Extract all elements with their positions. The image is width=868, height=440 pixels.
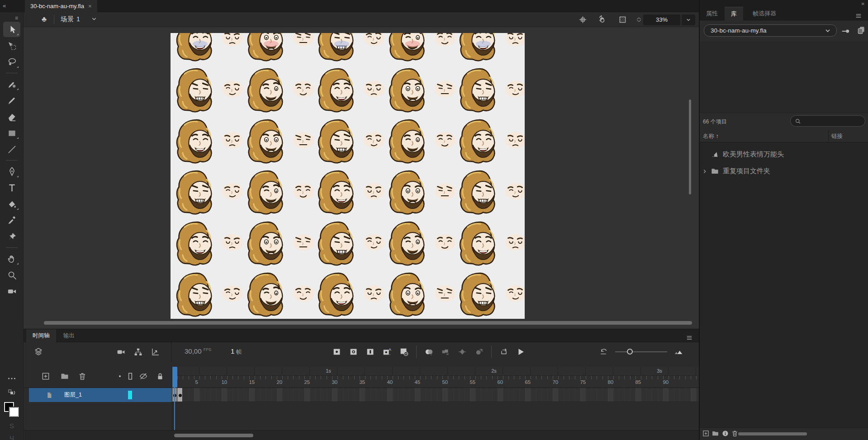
column-header-link[interactable]: 链接: [831, 132, 843, 140]
new-layer-button[interactable]: [41, 372, 50, 382]
tool-camera[interactable]: [3, 284, 20, 299]
tool-rectangle[interactable]: [3, 125, 20, 141]
center-stage-button[interactable]: [576, 13, 589, 27]
tool-line[interactable]: [3, 142, 20, 157]
fps-indicator[interactable]: 30,00 FPS: [185, 347, 211, 355]
show-layers-button[interactable]: [32, 345, 45, 359]
camera-button[interactable]: [114, 345, 128, 359]
tool-text[interactable]: [3, 180, 20, 195]
current-frame-indicator[interactable]: 1帧: [231, 347, 242, 356]
play-button[interactable]: [514, 345, 527, 359]
expression-cell[interactable]: [456, 221, 525, 271]
panel-tab-library[interactable]: 库: [725, 7, 743, 20]
stage-vertical-scrollbar[interactable]: [689, 99, 691, 194]
visibility-off-button[interactable]: [139, 372, 148, 382]
tool-pen[interactable]: [3, 164, 20, 179]
edit-symbols-icon[interactable]: ♣: [42, 15, 47, 24]
parenting-button[interactable]: [131, 345, 145, 359]
new-library-panel-icon[interactable]: [857, 25, 866, 36]
tool-eraser[interactable]: [3, 109, 20, 124]
expression-cell[interactable]: [244, 221, 315, 271]
expression-cell[interactable]: [315, 272, 385, 319]
delete-item-button[interactable]: [731, 430, 739, 439]
expression-cell[interactable]: [315, 68, 385, 118]
fill-color-swatch[interactable]: [9, 407, 19, 417]
expression-cell[interactable]: [315, 221, 385, 271]
zoom-value[interactable]: 33%: [643, 14, 680, 25]
tool-classic-brush[interactable]: [3, 93, 20, 108]
pasteboard[interactable]: [24, 27, 699, 329]
expression-cell[interactable]: [386, 221, 456, 271]
graph-button[interactable]: [148, 345, 162, 359]
expression-cell[interactable]: [456, 272, 525, 319]
expression-cell[interactable]: [173, 221, 244, 271]
tool-paint-bucket[interactable]: [3, 196, 20, 212]
tool-fluid-brush[interactable]: [3, 76, 20, 92]
expression-cell[interactable]: [315, 170, 385, 220]
loop-button[interactable]: [497, 345, 511, 359]
timeline-scrollbar-thumb[interactable]: [174, 434, 253, 437]
zoom-dropdown-button[interactable]: [682, 14, 695, 25]
tool-asset-warp[interactable]: [3, 229, 20, 244]
new-symbol-button[interactable]: [702, 430, 710, 439]
panel-tab-frame-picker[interactable]: 帧选择器: [746, 7, 783, 20]
expression-cell[interactable]: [244, 119, 315, 169]
expression-cell[interactable]: [173, 119, 244, 169]
delete-layer-button[interactable]: [78, 372, 87, 382]
rotate-view-button[interactable]: [596, 13, 609, 27]
scene-chevron-down-icon[interactable]: [90, 15, 98, 24]
column-divider[interactable]: [828, 130, 829, 142]
layer-color-swatch[interactable]: [128, 391, 132, 399]
tool-hand[interactable]: [3, 251, 20, 266]
expression-cell[interactable]: [244, 272, 315, 319]
new-folder-button[interactable]: [60, 372, 69, 382]
expression-cell[interactable]: [456, 68, 525, 118]
expression-cell[interactable]: [315, 33, 385, 66]
expression-cell[interactable]: [456, 119, 525, 169]
expand-panel-icon[interactable]: »: [861, 0, 864, 7]
frame-ruler[interactable]: 510152025303540455055606570758085901s2s3…: [172, 367, 699, 388]
slider-knob[interactable]: [627, 349, 633, 355]
expression-cell[interactable]: [386, 33, 456, 66]
expression-cell[interactable]: [173, 33, 244, 66]
highlight-button[interactable]: [115, 372, 124, 382]
library-search-input[interactable]: [790, 115, 865, 127]
clip-content-button[interactable]: [616, 13, 629, 27]
expression-cell[interactable]: [386, 170, 456, 220]
auto-keyframe-button[interactable]: A: [380, 345, 394, 359]
item-properties-button[interactable]: [721, 430, 729, 439]
close-tab-icon[interactable]: ×: [88, 3, 92, 9]
expression-cell[interactable]: [173, 68, 244, 118]
library-item[interactable]: 欧美男性表情万能头: [700, 147, 868, 162]
new-folder-button[interactable]: [711, 430, 719, 439]
timeline-zoom-slider[interactable]: [615, 345, 667, 359]
expression-cell[interactable]: [244, 68, 315, 118]
column-header-name[interactable]: 名称 ↑: [703, 132, 719, 140]
tool-selection[interactable]: [3, 22, 20, 37]
playhead-line[interactable]: [174, 367, 175, 430]
swap-colors-button[interactable]: [3, 387, 20, 399]
shape-tween-button[interactable]: [455, 345, 469, 359]
motion-tween-button[interactable]: [439, 345, 452, 359]
expression-cell[interactable]: [244, 33, 315, 66]
insert-blank-keyframe-button[interactable]: [347, 345, 360, 359]
expression-cell[interactable]: [456, 170, 525, 220]
layer-frames-track[interactable]: [172, 388, 699, 402]
zoom-stepper[interactable]: [636, 16, 642, 23]
tool-transform[interactable]: [3, 38, 20, 53]
toolbar-menu-icon[interactable]: ≡: [15, 15, 18, 21]
expression-cell[interactable]: [386, 119, 456, 169]
tool-lasso[interactable]: [3, 54, 20, 70]
document-tab[interactable]: 30-bc-nam-au-my.fla ×: [25, 0, 97, 12]
pin-library-icon[interactable]: [841, 26, 851, 38]
insert-frame-button[interactable]: [364, 345, 377, 359]
layer-name[interactable]: 图层_1: [64, 391, 82, 399]
expression-cell[interactable]: [244, 170, 315, 220]
panel-tab-properties[interactable]: 属性: [700, 7, 724, 20]
timeline-tab-timeline[interactable]: 时间轴: [26, 329, 56, 342]
reset-timeline-zoom-button[interactable]: [597, 345, 611, 359]
library-scrollbar-thumb[interactable]: [738, 432, 807, 435]
stage-canvas[interactable]: [171, 33, 525, 319]
outline-button[interactable]: [126, 372, 135, 382]
library-item[interactable]: 重复项目文件夹: [700, 164, 868, 179]
